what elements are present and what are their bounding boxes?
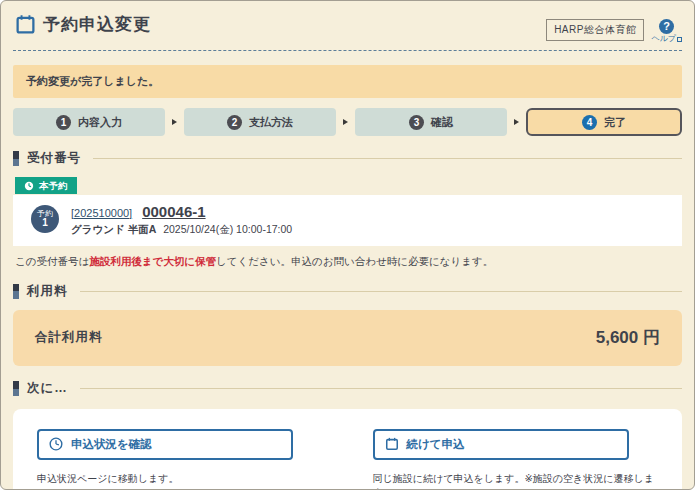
reservation-row: 予約 1 [202510000] 000046-1 グラウンド 半面A 2025… <box>31 203 664 237</box>
continue-apply-button[interactable]: 続けて申込 <box>373 429 629 460</box>
notice-text-post: してください。申込のお問い合わせ時に必要になります。 <box>216 255 493 267</box>
section-title: 次に… <box>27 380 68 397</box>
section-marker-icon <box>13 381 19 396</box>
receipt-panel: 予約 1 [202510000] 000046-1 グラウンド 半面A 2025… <box>13 195 682 246</box>
step-input: 1 内容入力 <box>13 108 165 136</box>
page-header: 予約申込変更 HARP総合体育館 ? ヘルプ <box>1 1 694 43</box>
step-label: 確認 <box>431 115 453 130</box>
step-separator-icon <box>172 119 177 125</box>
step-number-badge: 2 <box>227 115 242 130</box>
total-fee-label: 合計利用料 <box>35 329 103 346</box>
clock-icon <box>24 181 34 191</box>
continue-apply-description: 同じ施設に続けて申込をします。※施設の空き状況に遷移します。 <box>373 472 659 490</box>
help-link[interactable]: ? ヘルプ <box>651 19 682 43</box>
step-separator-icon <box>343 119 348 125</box>
reservation-number-circle: 予約 1 <box>31 205 59 233</box>
step-label: 完了 <box>604 115 626 130</box>
reservation-datetime: 2025/10/24(金) 10:00-17:00 <box>163 223 292 235</box>
total-fee-panel: 合計利用料 5,600 円 <box>13 310 682 366</box>
reservation-detail: グラウンド 半面A 2025/10/24(金) 10:00-17:00 <box>71 223 292 237</box>
section-header-fee: 利用料 <box>13 283 682 300</box>
step-label: 支払方法 <box>249 115 293 130</box>
receipt-notice: この受付番号は施設利用後まで大切に保管してください。申込のお問い合わせ時に必要に… <box>15 255 680 269</box>
reservation-type-label: 本予約 <box>39 180 68 191</box>
calendar-icon <box>15 14 36 35</box>
reservation-change-page: 予約申込変更 HARP総合体育館 ? ヘルプ 予約変更が完了しました。 1 内容… <box>0 0 695 490</box>
section-marker-icon <box>13 284 19 299</box>
year-code-link[interactable]: [202510000] <box>71 207 132 219</box>
section-title: 利用料 <box>27 283 68 300</box>
completion-message: 予約変更が完了しました。 <box>13 65 682 98</box>
clock-icon <box>49 437 63 451</box>
help-label[interactable]: ヘルプ <box>651 35 676 43</box>
step-payment: 2 支払方法 <box>184 108 336 136</box>
step-number-badge: 4 <box>582 115 597 130</box>
reservation-circle-number: 1 <box>42 218 48 228</box>
calendar-icon <box>385 437 399 451</box>
section-header-next: 次に… <box>13 380 682 397</box>
step-confirm: 3 確認 <box>355 108 507 136</box>
section-marker-icon <box>13 151 19 166</box>
check-status-description: 申込状況ページに移動します。 <box>37 472 323 486</box>
step-label: 内容入力 <box>78 115 122 130</box>
total-fee-value: 5,600 円 <box>596 326 660 349</box>
continue-apply-label: 続けて申込 <box>407 437 465 452</box>
check-status-label: 申込状況を確認 <box>71 437 152 452</box>
facility-name-box: HARP総合体育館 <box>546 19 644 41</box>
facility-court-name: グラウンド 半面A <box>71 223 156 235</box>
page-title: 予約申込変更 <box>43 13 151 36</box>
notice-text-pre: この受付番号は <box>15 255 89 267</box>
reservation-type-badge: 本予約 <box>15 177 77 194</box>
header-divider <box>13 50 682 51</box>
receipt-number-link[interactable]: 000046-1 <box>142 203 205 220</box>
section-rule <box>80 388 682 389</box>
section-rule <box>93 158 682 159</box>
step-number-badge: 3 <box>409 115 424 130</box>
section-title: 受付番号 <box>27 150 81 167</box>
section-rule <box>80 291 683 292</box>
help-icon[interactable]: ? <box>659 19 674 34</box>
next-actions-panel: 申込状況を確認 申込状況ページに移動します。 続けて申込 同じ施設に続けて申込を… <box>13 409 682 490</box>
external-link-icon <box>677 37 682 42</box>
check-status-button[interactable]: 申込状況を確認 <box>37 429 293 460</box>
step-complete: 4 完了 <box>526 108 682 136</box>
step-number-badge: 1 <box>56 115 71 130</box>
step-indicator: 1 内容入力 2 支払方法 3 確認 4 完了 <box>13 108 682 136</box>
step-separator-icon <box>514 119 519 125</box>
notice-text-emphasis: 施設利用後まで大切に保管 <box>89 255 216 267</box>
section-header-receipt: 受付番号 <box>13 150 682 167</box>
